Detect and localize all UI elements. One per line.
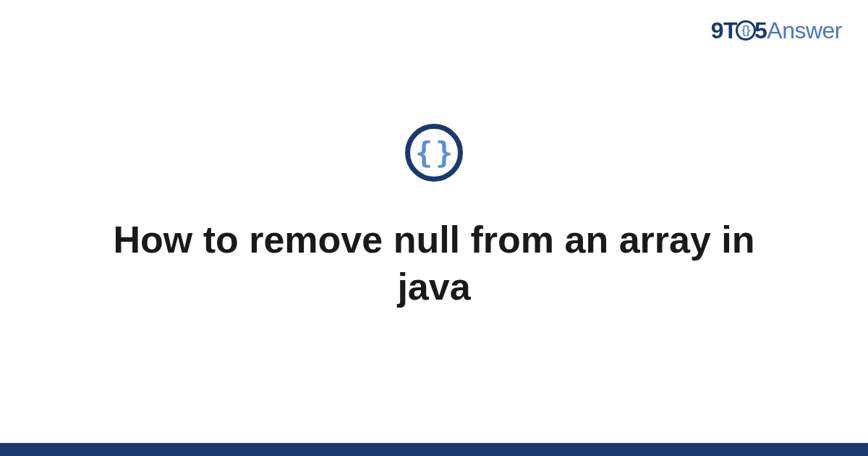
page-title: How to remove null from an array in java (87, 216, 781, 311)
footer-accent-bar (0, 443, 868, 456)
main-content: {} How to remove null from an array in j… (0, 0, 868, 456)
topic-icon-wrapper: {} (405, 124, 463, 182)
code-braces-icon: {} (405, 124, 463, 182)
braces-glyph: {} (415, 138, 456, 167)
